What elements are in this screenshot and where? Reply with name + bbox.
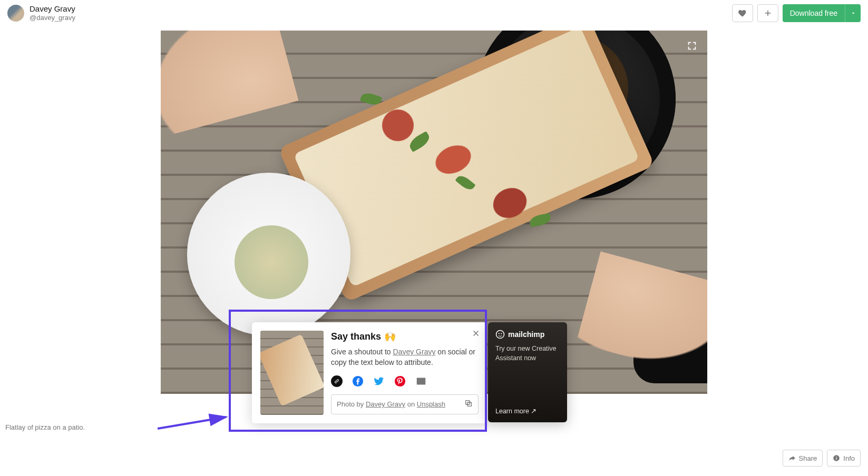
twitter-share-button[interactable] [373,375,385,387]
thanks-title-text: Say thanks [331,331,381,342]
author-handle[interactable]: @davey_gravy [30,14,75,22]
chevron-down-icon [850,10,856,16]
photo-decor [576,251,707,378]
share-label: Share [799,454,817,462]
attrib-prefix: Photo by [337,400,366,408]
svg-point-9 [501,333,502,334]
thanks-emoji: 🙌 [384,331,396,342]
pinterest-share-button[interactable] [394,375,406,387]
twitter-icon [373,375,385,387]
close-icon [471,329,481,338]
thanks-desc-prefix: Give a shoutout to [331,348,393,356]
header-bar: Davey Gravy @davey_gravy Download free [0,0,868,26]
share-row [331,375,479,387]
say-thanks-card: Say thanks 🙌 Give a shoutout to Davey Gr… [252,322,487,423]
annotation-arrow [155,413,234,434]
photo-caption: Flatlay of pizza on a patio. [5,423,85,431]
share-button[interactable]: Share [783,450,823,467]
attribution-box: Photo by Davey Gravy on Unsplash [331,394,479,414]
svg-rect-2 [836,457,837,457]
copy-attribution-button[interactable] [464,399,473,409]
mailchimp-logo: mailchimp [495,330,560,339]
attrib-author-link[interactable]: Davey Gravy [366,400,405,408]
author-block[interactable]: Davey Gravy @davey_gravy [7,4,75,22]
expand-icon [686,40,698,52]
avatar[interactable] [7,5,24,22]
author-text: Davey Gravy @davey_gravy [30,4,75,22]
link-icon [334,378,340,384]
photo-decor [187,173,350,336]
info-icon [833,454,840,462]
share-icon [788,454,796,462]
expand-button[interactable] [686,40,698,54]
email-share-button[interactable] [415,375,427,387]
pinterest-icon [394,375,406,387]
svg-point-8 [499,333,500,334]
info-label: Info [843,454,855,462]
download-group: Download free [783,4,861,22]
facebook-icon [352,375,364,387]
facebook-share-button[interactable] [352,375,364,387]
svg-line-10 [158,417,226,429]
svg-point-4 [395,376,405,386]
add-to-collection-button[interactable] [757,4,778,22]
close-button[interactable] [471,329,481,340]
photo-decor [161,31,298,136]
mailchimp-learn-more[interactable]: Learn more ↗ [495,407,537,415]
mailchimp-promo[interactable]: mailchimp Try our new Creative Assistant… [488,322,567,422]
like-button[interactable] [732,4,753,22]
mailchimp-brand: mailchimp [508,330,544,339]
thanks-author-link[interactable]: Davey Gravy [393,348,436,356]
svg-rect-1 [836,458,837,460]
footer-actions: Share Info [783,450,861,467]
copy-icon [464,399,473,408]
svg-point-7 [496,331,504,339]
thanks-thumbnail [260,331,324,415]
heart-icon [738,8,747,18]
plus-icon [763,8,773,18]
download-options-button[interactable] [845,4,861,22]
thanks-description: Give a shoutout to Davey Gravy on social… [331,346,479,368]
header-actions: Download free [732,4,861,22]
mailchimp-icon [495,330,505,339]
attrib-mid: on [405,400,417,408]
thanks-body: Say thanks 🙌 Give a shoutout to Davey Gr… [331,331,479,415]
email-icon [415,375,427,387]
attrib-site-link[interactable]: Unsplash [417,400,445,408]
attribution-text: Photo by Davey Gravy on Unsplash [337,400,445,408]
thanks-title: Say thanks 🙌 [331,331,479,342]
info-button[interactable]: Info [827,450,861,467]
mailchimp-text: Try our new Creative Assistant now [495,344,560,363]
download-button[interactable]: Download free [783,4,845,22]
copy-link-button[interactable] [331,375,343,387]
author-name[interactable]: Davey Gravy [30,4,75,14]
